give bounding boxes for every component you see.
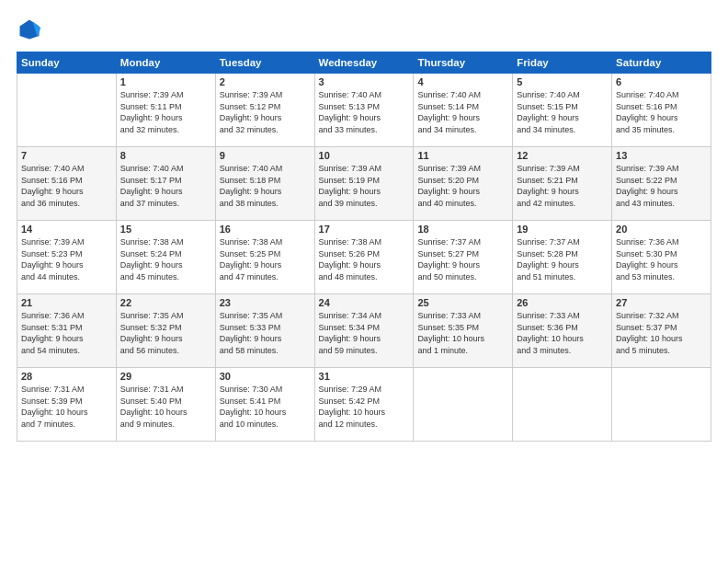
day-info: Sunrise: 7:39 AM Sunset: 5:22 PM Dayligh… bbox=[616, 163, 707, 209]
day-info: Sunrise: 7:39 AM Sunset: 5:11 PM Dayligh… bbox=[120, 89, 211, 135]
day-info: Sunrise: 7:29 AM Sunset: 5:42 PM Dayligh… bbox=[319, 384, 410, 430]
day-info: Sunrise: 7:33 AM Sunset: 5:35 PM Dayligh… bbox=[417, 310, 508, 356]
day-info: Sunrise: 7:40 AM Sunset: 5:16 PM Dayligh… bbox=[616, 89, 707, 135]
calendar-cell: 14Sunrise: 7:39 AM Sunset: 5:23 PM Dayli… bbox=[17, 221, 117, 294]
weekday-header-thursday: Thursday bbox=[414, 52, 513, 74]
day-number: 10 bbox=[319, 150, 410, 161]
calendar-cell bbox=[513, 368, 612, 442]
day-number: 28 bbox=[21, 371, 112, 382]
calendar-cell: 22Sunrise: 7:35 AM Sunset: 5:32 PM Dayli… bbox=[116, 294, 215, 368]
day-info: Sunrise: 7:39 AM Sunset: 5:21 PM Dayligh… bbox=[517, 163, 608, 209]
day-number: 9 bbox=[220, 150, 311, 161]
calendar-body: 1Sunrise: 7:39 AM Sunset: 5:11 PM Daylig… bbox=[17, 74, 711, 442]
calendar-cell: 9Sunrise: 7:40 AM Sunset: 5:18 PM Daylig… bbox=[215, 147, 314, 221]
day-number: 25 bbox=[417, 297, 508, 308]
day-number: 26 bbox=[517, 297, 608, 308]
calendar-cell: 20Sunrise: 7:36 AM Sunset: 5:30 PM Dayli… bbox=[612, 221, 711, 294]
calendar-week-row: 1Sunrise: 7:39 AM Sunset: 5:11 PM Daylig… bbox=[17, 74, 711, 147]
weekday-header-wednesday: Wednesday bbox=[314, 52, 414, 74]
day-info: Sunrise: 7:38 AM Sunset: 5:24 PM Dayligh… bbox=[120, 236, 211, 282]
calendar-cell: 15Sunrise: 7:38 AM Sunset: 5:24 PM Dayli… bbox=[116, 221, 215, 294]
calendar-cell: 31Sunrise: 7:29 AM Sunset: 5:42 PM Dayli… bbox=[314, 368, 414, 442]
calendar-header: SundayMondayTuesdayWednesdayThursdayFrid… bbox=[17, 52, 711, 74]
day-info: Sunrise: 7:35 AM Sunset: 5:33 PM Dayligh… bbox=[220, 310, 311, 356]
calendar-cell: 13Sunrise: 7:39 AM Sunset: 5:22 PM Dayli… bbox=[612, 147, 711, 221]
day-number: 31 bbox=[319, 371, 410, 382]
calendar-cell: 28Sunrise: 7:31 AM Sunset: 5:39 PM Dayli… bbox=[17, 368, 117, 442]
day-number: 20 bbox=[616, 224, 707, 235]
day-info: Sunrise: 7:34 AM Sunset: 5:34 PM Dayligh… bbox=[319, 310, 410, 356]
day-number: 24 bbox=[319, 297, 410, 308]
weekday-header-tuesday: Tuesday bbox=[215, 52, 314, 74]
day-number: 22 bbox=[120, 297, 211, 308]
calendar-cell: 25Sunrise: 7:33 AM Sunset: 5:35 PM Dayli… bbox=[414, 294, 513, 368]
weekday-header-row: SundayMondayTuesdayWednesdayThursdayFrid… bbox=[17, 52, 711, 74]
calendar-cell: 3Sunrise: 7:40 AM Sunset: 5:13 PM Daylig… bbox=[314, 74, 414, 147]
calendar-cell: 21Sunrise: 7:36 AM Sunset: 5:31 PM Dayli… bbox=[17, 294, 117, 368]
day-number: 11 bbox=[417, 150, 508, 161]
calendar-cell: 16Sunrise: 7:38 AM Sunset: 5:25 PM Dayli… bbox=[215, 221, 314, 294]
calendar-cell bbox=[17, 74, 117, 147]
calendar-cell: 24Sunrise: 7:34 AM Sunset: 5:34 PM Dayli… bbox=[314, 294, 414, 368]
day-info: Sunrise: 7:36 AM Sunset: 5:30 PM Dayligh… bbox=[616, 236, 707, 282]
day-info: Sunrise: 7:39 AM Sunset: 5:12 PM Dayligh… bbox=[220, 89, 311, 135]
day-info: Sunrise: 7:35 AM Sunset: 5:32 PM Dayligh… bbox=[120, 310, 211, 356]
calendar-cell bbox=[414, 368, 513, 442]
day-info: Sunrise: 7:40 AM Sunset: 5:16 PM Dayligh… bbox=[21, 163, 112, 209]
day-info: Sunrise: 7:37 AM Sunset: 5:27 PM Dayligh… bbox=[417, 236, 508, 282]
day-info: Sunrise: 7:38 AM Sunset: 5:25 PM Dayligh… bbox=[220, 236, 311, 282]
day-info: Sunrise: 7:40 AM Sunset: 5:15 PM Dayligh… bbox=[517, 89, 608, 135]
weekday-header-sunday: Sunday bbox=[17, 52, 117, 74]
day-number: 3 bbox=[319, 76, 410, 87]
calendar-cell: 7Sunrise: 7:40 AM Sunset: 5:16 PM Daylig… bbox=[17, 147, 117, 221]
day-number: 8 bbox=[120, 150, 211, 161]
day-info: Sunrise: 7:40 AM Sunset: 5:18 PM Dayligh… bbox=[220, 163, 311, 209]
day-number: 15 bbox=[120, 224, 211, 235]
day-info: Sunrise: 7:40 AM Sunset: 5:13 PM Dayligh… bbox=[319, 89, 410, 135]
logo-icon bbox=[17, 17, 42, 42]
day-info: Sunrise: 7:30 AM Sunset: 5:41 PM Dayligh… bbox=[220, 384, 311, 430]
weekday-header-monday: Monday bbox=[116, 52, 215, 74]
calendar-cell: 4Sunrise: 7:40 AM Sunset: 5:14 PM Daylig… bbox=[414, 74, 513, 147]
calendar-cell: 23Sunrise: 7:35 AM Sunset: 5:33 PM Dayli… bbox=[215, 294, 314, 368]
calendar-cell: 19Sunrise: 7:37 AM Sunset: 5:28 PM Dayli… bbox=[513, 221, 612, 294]
calendar-cell: 29Sunrise: 7:31 AM Sunset: 5:40 PM Dayli… bbox=[116, 368, 215, 442]
calendar-cell: 2Sunrise: 7:39 AM Sunset: 5:12 PM Daylig… bbox=[215, 74, 314, 147]
calendar-cell: 5Sunrise: 7:40 AM Sunset: 5:15 PM Daylig… bbox=[513, 74, 612, 147]
day-info: Sunrise: 7:32 AM Sunset: 5:37 PM Dayligh… bbox=[616, 310, 707, 356]
day-info: Sunrise: 7:31 AM Sunset: 5:40 PM Dayligh… bbox=[120, 384, 211, 430]
day-number: 30 bbox=[220, 371, 311, 382]
day-number: 21 bbox=[21, 297, 112, 308]
logo bbox=[17, 17, 46, 42]
weekday-header-friday: Friday bbox=[513, 52, 612, 74]
calendar-cell: 30Sunrise: 7:30 AM Sunset: 5:41 PM Dayli… bbox=[215, 368, 314, 442]
calendar-week-row: 7Sunrise: 7:40 AM Sunset: 5:16 PM Daylig… bbox=[17, 147, 711, 221]
calendar-cell: 8Sunrise: 7:40 AM Sunset: 5:17 PM Daylig… bbox=[116, 147, 215, 221]
calendar-week-row: 14Sunrise: 7:39 AM Sunset: 5:23 PM Dayli… bbox=[17, 221, 711, 294]
calendar-cell: 10Sunrise: 7:39 AM Sunset: 5:19 PM Dayli… bbox=[314, 147, 414, 221]
calendar-week-row: 21Sunrise: 7:36 AM Sunset: 5:31 PM Dayli… bbox=[17, 294, 711, 368]
calendar-cell: 18Sunrise: 7:37 AM Sunset: 5:27 PM Dayli… bbox=[414, 221, 513, 294]
day-number: 4 bbox=[417, 76, 508, 87]
day-number: 19 bbox=[517, 224, 608, 235]
day-info: Sunrise: 7:39 AM Sunset: 5:20 PM Dayligh… bbox=[417, 163, 508, 209]
day-number: 7 bbox=[21, 150, 112, 161]
calendar-cell: 27Sunrise: 7:32 AM Sunset: 5:37 PM Dayli… bbox=[612, 294, 711, 368]
day-info: Sunrise: 7:39 AM Sunset: 5:19 PM Dayligh… bbox=[319, 163, 410, 209]
calendar-cell: 6Sunrise: 7:40 AM Sunset: 5:16 PM Daylig… bbox=[612, 74, 711, 147]
day-number: 2 bbox=[220, 76, 311, 87]
calendar-cell: 12Sunrise: 7:39 AM Sunset: 5:21 PM Dayli… bbox=[513, 147, 612, 221]
day-number: 29 bbox=[120, 371, 211, 382]
day-number: 27 bbox=[616, 297, 707, 308]
calendar-table: SundayMondayTuesdayWednesdayThursdayFrid… bbox=[17, 52, 711, 442]
day-number: 13 bbox=[616, 150, 707, 161]
day-info: Sunrise: 7:40 AM Sunset: 5:17 PM Dayligh… bbox=[120, 163, 211, 209]
calendar-week-row: 28Sunrise: 7:31 AM Sunset: 5:39 PM Dayli… bbox=[17, 368, 711, 442]
header bbox=[17, 17, 711, 42]
calendar-cell: 26Sunrise: 7:33 AM Sunset: 5:36 PM Dayli… bbox=[513, 294, 612, 368]
day-info: Sunrise: 7:36 AM Sunset: 5:31 PM Dayligh… bbox=[21, 310, 112, 356]
day-number: 16 bbox=[220, 224, 311, 235]
weekday-header-saturday: Saturday bbox=[612, 52, 711, 74]
day-info: Sunrise: 7:37 AM Sunset: 5:28 PM Dayligh… bbox=[517, 236, 608, 282]
calendar-cell: 11Sunrise: 7:39 AM Sunset: 5:20 PM Dayli… bbox=[414, 147, 513, 221]
